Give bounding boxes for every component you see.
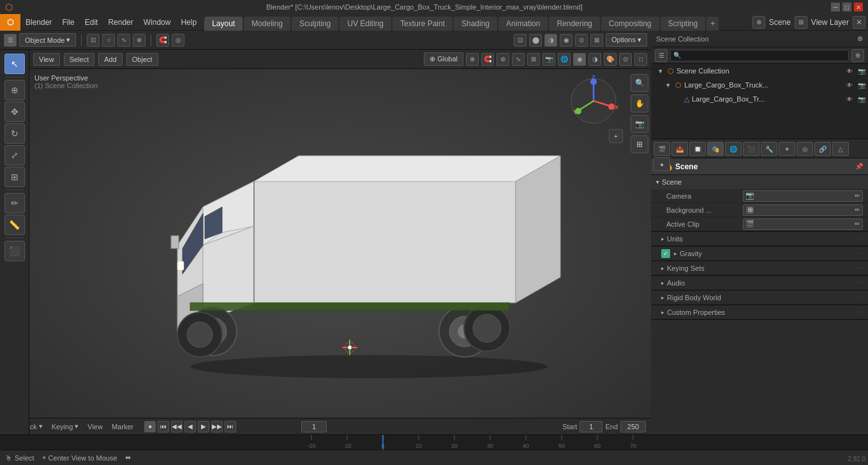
tree-visibility-icon-2[interactable]: 👁 <box>846 82 853 89</box>
xray-toggle-icon[interactable]: □ <box>634 53 647 66</box>
object-menu-button[interactable]: Object <box>126 53 158 66</box>
camera-orient-icon[interactable]: 📷 <box>631 115 648 133</box>
select-circle-icon[interactable]: ○ <box>102 34 115 47</box>
rigid-body-section-label[interactable]: ▸ Rigid Body World ⋯ <box>651 291 868 305</box>
play-button[interactable]: ▶ <box>198 421 209 432</box>
mode-icon[interactable]: ☰ <box>4 34 17 47</box>
close-scene-icon[interactable]: ✕ <box>853 16 865 29</box>
play-back-button[interactable]: ◀ <box>184 421 196 432</box>
outliner-search[interactable]: 🔍 <box>670 50 849 61</box>
outliner-filter-icon[interactable]: ☰ <box>655 49 668 62</box>
particles-props-tab[interactable]: ✦ <box>779 142 795 156</box>
render-props-tab[interactable]: 🎬 <box>654 142 670 156</box>
properties-content[interactable]: ▾ 🎭 Scene 📌 ▾ Scene Camera 📷 ✏ Ba <box>651 158 868 465</box>
viewport-shading-solid[interactable]: ⬤ <box>529 34 542 47</box>
active-clip-value-field[interactable]: 🎬 ✏ <box>743 218 863 230</box>
tab-shading[interactable]: Shading <box>454 17 497 31</box>
jump-start-button[interactable]: ⏮ <box>158 421 169 432</box>
3d-viewport[interactable]: User Perspective (1) Scene Collection Z … <box>29 69 651 434</box>
tree-render-icon-3[interactable]: 📷 <box>858 96 865 103</box>
grid-toggle-icon[interactable]: ⊞ <box>631 135 648 153</box>
viewport-shading-material[interactable]: ◑ <box>544 34 557 47</box>
current-frame-field[interactable]: 1 <box>301 421 327 432</box>
viewport-shading-wire[interactable]: ⊡ <box>514 34 527 47</box>
gravity-checkbox[interactable]: ✓ <box>661 249 670 258</box>
options-button[interactable]: Options ▾ <box>606 33 647 47</box>
close-button[interactable]: ✕ <box>854 3 863 11</box>
units-section-label[interactable]: ▸ Units ⋯ <box>651 232 868 246</box>
timeline-scrubber[interactable]: -20 -10 0 10 20 30 40 50 60 70 <box>0 434 868 450</box>
tab-layout[interactable]: Layout <box>204 17 243 31</box>
tab-sculpting[interactable]: Sculpting <box>292 17 338 31</box>
camera-value-field[interactable]: 📷 ✏ <box>743 190 863 202</box>
zoom-in-icon[interactable]: + <box>609 129 623 143</box>
rotate-tool-button[interactable]: ↻ <box>4 123 25 144</box>
measure-tool-button[interactable]: 📏 <box>4 215 25 235</box>
modifiers-icon[interactable]: ∿ <box>512 53 525 66</box>
extra-icon[interactable]: ⊞ <box>527 53 540 66</box>
keying-section-label[interactable]: ▸ Keying Sets ⋯ <box>651 261 868 275</box>
jump-end-button[interactable]: ⏭ <box>225 421 236 432</box>
tab-texture-paint[interactable]: Texture Paint <box>393 17 453 31</box>
annotate-tool-button[interactable]: ✏ <box>4 193 25 213</box>
gravity-section-label[interactable]: ✓ ▸ Gravity ⋯ <box>651 247 868 261</box>
maximize-button[interactable]: □ <box>842 3 851 11</box>
shading-material-icon[interactable]: ◑ <box>588 53 601 66</box>
xray-icon[interactable]: ⊠ <box>590 34 603 47</box>
select-menu-button[interactable]: Select <box>64 53 95 66</box>
object-mode-button[interactable]: Object Mode ▾ <box>19 33 76 47</box>
minimize-button[interactable]: ─ <box>831 3 840 11</box>
output-props-tab[interactable]: 📤 <box>671 142 688 156</box>
data-props-tab[interactable]: △ <box>832 142 849 156</box>
tree-item-cargo-collection[interactable]: ▾ ⬡ Large_Cargo_Box_Truck... 👁 📷 <box>651 78 868 92</box>
camera-view-icon[interactable]: 📷 <box>542 53 555 66</box>
tab-compositing[interactable]: Compositing <box>601 17 659 31</box>
tree-visibility-icon[interactable]: 👁 <box>846 68 853 75</box>
cursor-tool-button[interactable]: ⊕ <box>4 80 25 100</box>
audio-section-label[interactable]: ▸ Audio ⋯ <box>651 276 868 290</box>
tab-add[interactable]: + <box>707 17 719 31</box>
step-forward-button[interactable]: ▶▶ <box>211 421 223 432</box>
view-layer-selector-icon[interactable]: ⊞ <box>795 16 807 29</box>
pan-icon[interactable]: ✋ <box>631 95 648 112</box>
overlay-toggle-icon[interactable]: ⊙ <box>619 53 632 66</box>
props-scene-header[interactable]: ▾ 🎭 Scene 📌 <box>651 158 868 175</box>
keyframe-icon[interactable]: ● <box>144 421 156 432</box>
clip-edit-icon[interactable]: ✏ <box>855 220 860 227</box>
end-frame-field[interactable]: 250 <box>620 421 646 432</box>
background-edit-icon[interactable]: ✏ <box>855 206 860 213</box>
view-menu-button-timeline[interactable]: View <box>84 422 106 432</box>
proportional-edit-icon[interactable]: ⊚ <box>497 53 509 66</box>
scene-label[interactable]: Scene <box>769 18 791 27</box>
select-lasso-icon[interactable]: ∿ <box>117 34 130 47</box>
pin-icon[interactable]: 📌 <box>855 163 863 170</box>
tab-rendering[interactable]: Rendering <box>549 17 599 31</box>
menu-window[interactable]: Window <box>138 16 176 29</box>
constraints-props-tab[interactable]: 🔗 <box>814 142 831 156</box>
scene-section-header[interactable]: ▾ Scene <box>651 175 868 189</box>
keying-menu-button[interactable]: Keying ▾ <box>49 421 82 432</box>
menu-file[interactable]: File <box>57 16 79 29</box>
zoom-icon[interactable]: 🔍 <box>631 74 648 92</box>
menu-blender[interactable]: Blender <box>20 16 57 29</box>
tree-visibility-icon-3[interactable]: 👁 <box>846 96 853 103</box>
menu-help[interactable]: Help <box>176 16 202 29</box>
scene-selector-icon[interactable]: ⊕ <box>752 16 765 29</box>
shading-solid-icon[interactable]: ◉ <box>573 53 586 66</box>
step-back-button[interactable]: ◀◀ <box>171 421 183 432</box>
object-props-tab[interactable]: ⬛ <box>743 142 760 156</box>
tab-animation[interactable]: Animation <box>498 17 548 31</box>
view-menu-button[interactable]: View <box>33 53 60 66</box>
menu-render[interactable]: Render <box>103 16 138 29</box>
tab-uv-editing[interactable]: UV Editing <box>340 17 391 31</box>
proportional-icon[interactable]: ◎ <box>172 34 184 47</box>
tree-render-icon[interactable]: 📷 <box>858 68 865 75</box>
viewport-overlay-icon[interactable]: ⊙ <box>575 34 588 47</box>
add-cube-tool-button[interactable]: ⬛ <box>4 241 25 261</box>
viewlayer-props-tab[interactable]: 🔲 <box>689 142 706 156</box>
custom-props-section-label[interactable]: ▸ Custom Properties ⋯ <box>651 305 868 319</box>
background-value-field[interactable]: ⊕ ✏ <box>743 204 863 216</box>
world-props-tab[interactable]: 🌐 <box>725 142 742 156</box>
add-menu-button[interactable]: Add <box>98 53 123 66</box>
tree-render-icon-2[interactable]: 📷 <box>858 82 865 89</box>
